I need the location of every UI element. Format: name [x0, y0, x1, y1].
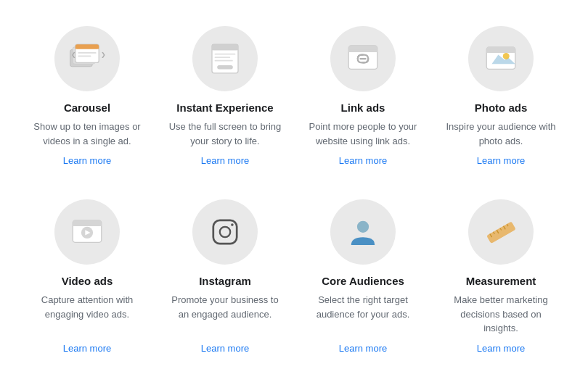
svg-rect-13 [215, 57, 231, 58]
svg-rect-4 [75, 47, 99, 49]
core-audiences-icon [330, 199, 396, 265]
core-audiences-title: Core Audiences [322, 275, 404, 287]
svg-point-31 [220, 227, 230, 237]
instagram-desc: Promote your business to an engaged audi… [168, 293, 282, 336]
video-ads-desc: Capture attention with engaging video ad… [30, 293, 144, 336]
svg-rect-22 [486, 51, 515, 53]
svg-point-33 [357, 221, 369, 233]
instant-experience-icon [192, 26, 258, 91]
card-core-audiences: Core Audiences Select the right target a… [298, 188, 428, 368]
card-video-ads: Video ads Capture attention with engagin… [22, 188, 152, 368]
card-photo-ads: Photo ads Inspire your audience with pho… [436, 14, 566, 181]
svg-rect-15 [217, 65, 233, 69]
core-audiences-desc: Select the right target audience for you… [306, 293, 420, 336]
svg-text:❯: ❯ [101, 51, 106, 58]
instant-desc: Use the full screen to bring your story … [168, 120, 282, 148]
svg-rect-5 [78, 52, 96, 54]
card-instant-experience: Instant Experience Use the full screen t… [160, 14, 290, 181]
svg-point-32 [231, 223, 234, 226]
svg-rect-18 [348, 49, 377, 52]
svg-rect-6 [78, 56, 91, 57]
measurement-icon [468, 199, 534, 265]
measurement-learn-more[interactable]: Learn more [477, 343, 525, 354]
card-measurement: Measurement Make better marketing decisi… [436, 188, 566, 368]
measurement-desc: Make better marketing decisions based on… [444, 293, 558, 336]
video-ads-learn-more[interactable]: Learn more [63, 343, 111, 354]
photo-ads-title: Photo ads [475, 101, 528, 114]
video-ads-icon [54, 199, 120, 265]
photo-ads-learn-more[interactable]: Learn more [477, 155, 525, 166]
svg-rect-12 [215, 54, 236, 55]
instant-title: Instant Experience [176, 101, 273, 114]
svg-rect-27 [73, 224, 102, 226]
instant-learn-more[interactable]: Learn more [201, 155, 249, 166]
instagram-icon [192, 199, 258, 265]
carousel-icon: ❮ ❯ [54, 26, 120, 91]
svg-rect-14 [215, 60, 233, 62]
video-ads-title: Video ads [62, 275, 113, 287]
link-ads-title: Link ads [341, 101, 385, 114]
ad-types-grid: ❮ ❯ Carousel Show up to ten images or vi… [22, 14, 566, 368]
carousel-learn-more[interactable]: Learn more [63, 155, 111, 166]
measurement-title: Measurement [466, 275, 536, 287]
core-audiences-learn-more[interactable]: Learn more [339, 343, 387, 354]
photo-ads-icon [468, 26, 534, 91]
photo-ads-desc: Inspire your audience with photo ads. [444, 120, 558, 148]
link-ads-icon [330, 26, 396, 91]
svg-rect-30 [213, 220, 237, 244]
card-carousel: ❮ ❯ Carousel Show up to ten images or vi… [22, 14, 152, 181]
instagram-title: Instagram [199, 275, 251, 287]
svg-text:❮: ❮ [71, 51, 76, 58]
instagram-learn-more[interactable]: Learn more [201, 343, 249, 354]
link-ads-learn-more[interactable]: Learn more [339, 155, 387, 166]
svg-rect-34 [486, 221, 516, 244]
carousel-desc: Show up to ten images or videos in a sin… [30, 120, 144, 148]
link-ads-desc: Point more people to your website using … [306, 120, 420, 148]
svg-rect-11 [212, 49, 238, 51]
card-link-ads: Link ads Point more people to your websi… [298, 14, 428, 181]
carousel-title: Carousel [64, 101, 110, 114]
card-instagram: Instagram Promote your business to an en… [160, 188, 290, 368]
svg-point-24 [503, 53, 510, 59]
